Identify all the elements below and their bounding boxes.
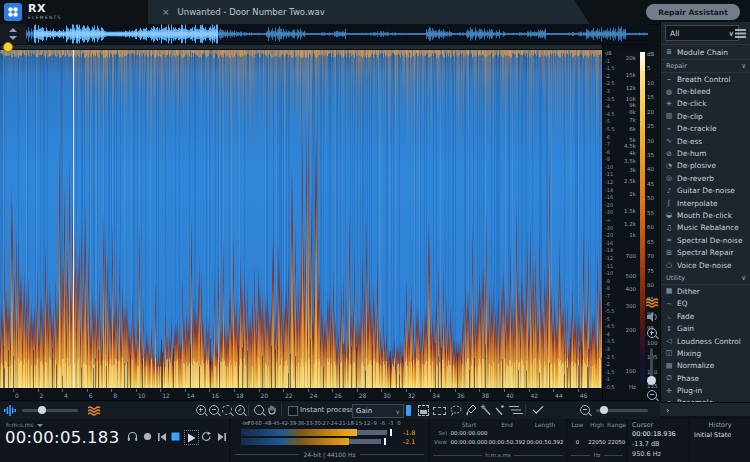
play-button[interactable] [184,430,199,445]
color-legend-tick: 40 [647,166,654,172]
stop-button[interactable] [169,430,182,443]
module-item-de-bleed[interactable]: ◍De-bleed [661,85,750,97]
panel-expand-button[interactable]: › [660,402,750,416]
module-item-guitar-de-noise[interactable]: ♪Guitar De-noise [661,185,750,197]
module-item-interpolate[interactable]: ʃInterpolate [661,197,750,209]
module-menu-icon[interactable] [735,29,746,31]
module-item-eq[interactable]: ∼EQ [661,298,750,310]
interpolate-icon: ʃ [661,199,677,207]
magic-wand-tool-icon[interactable] [480,404,491,416]
module-item-music-rebalance[interactable]: ♫Music Rebalance [661,222,750,234]
module-item-de-reverb[interactable]: ◎De-reverb [661,172,750,184]
hand-tool-icon[interactable] [267,404,278,416]
record-button[interactable] [141,430,154,443]
spectrogram-canvas[interactable] [0,50,602,388]
module-item-label: Voice De-noise [677,261,732,270]
module-item-normalize[interactable]: ▤Normalize [661,360,750,372]
module-item-de-click[interactable]: ✳De-click [661,98,750,110]
amp-tick-label: -4.5 [605,323,615,329]
process-select[interactable]: Gain ∨ [352,404,404,418]
module-item-de-crackle[interactable]: ⌁De-crackle [661,123,750,135]
module-item-mixing[interactable]: ◫Mixing [661,347,750,359]
module-item-dither[interactable]: ▦Dither [661,285,750,297]
cursor-readout-panel: Cursor 00:00:18.936 -13.7 dB 950.6 Hz [628,419,688,462]
col-range: Range [607,421,626,428]
waveform-view-icon[interactable] [647,312,658,322]
playhead-marker[interactable] [3,42,13,52]
amp-tick-label: -30 [605,225,613,231]
module-item-gain[interactable]: ↕Gain [661,322,750,334]
zoom-out-horizontal-icon[interactable] [580,405,590,415]
amp-tick-label: -8 [605,285,610,291]
module-item-mouth-de-click[interactable]: ◒Mouth De-click [661,209,750,221]
module-filter-select[interactable]: All ∨ [665,25,739,41]
time-format-select[interactable]: h:m:s.ms [6,421,43,428]
module-item-de-ess[interactable]: ∿De-ess [661,135,750,147]
amp-tick-label: -2.5 [605,80,615,86]
frequency-selection-tool[interactable] [433,407,446,415]
skip-to-end-button[interactable] [215,430,228,443]
module-item-loudness-control[interactable]: ◁Loudness Control [661,335,750,347]
phase-icon: ∅ [661,374,677,382]
monitor-headphones-button[interactable] [126,430,139,443]
overview-handle[interactable] [0,24,27,44]
module-item-spectral-de-noise[interactable]: ≈Spectral De-noise [661,234,750,246]
apply-check-icon[interactable] [533,403,544,414]
ruler-tick [111,389,112,392]
module-item-fade[interactable]: ◟Fade [661,310,750,322]
brush-tool-icon[interactable] [466,404,477,416]
vertical-zoom-handle[interactable] [647,376,656,385]
skip-to-start-button[interactable] [155,430,168,443]
lasso-tool-icon[interactable] [450,405,462,416]
module-item-plug-in[interactable]: ✛Plug-in [661,384,750,396]
harmonic-selection-tool[interactable] [509,406,519,407]
ruler-tick [578,389,579,392]
file-tab[interactable]: × Unwanted - Door Number Two.wav [148,0,590,24]
zoom-in-icon[interactable] [196,405,206,415]
color-legend-tick: 10 [647,80,654,86]
overview-waveform[interactable] [26,24,648,44]
instant-process-checkbox[interactable] [288,406,298,416]
module-item-breath-control[interactable]: ⌣Breath Control [661,73,750,85]
zoom-out-vertical-icon[interactable] [647,390,657,400]
ruler-label: 42 [531,392,539,399]
ruler-tick [406,389,407,392]
module-item-phase[interactable]: ∅Phase [661,372,750,384]
time-selection-tool[interactable] [406,405,411,416]
loop-button[interactable] [200,430,213,443]
de-plosive-icon: ◔ [661,162,677,170]
selection-time-info: Start End Length Sel View 00:00:00.000 0… [430,419,566,462]
amp-tick-label: -11 [605,263,613,269]
module-chain-item[interactable]: ≣ Module Chain [661,44,750,60]
module-item-spectral-repair[interactable]: ⊞Spectral Repair [661,246,750,258]
section-header-utility[interactable]: Utility∨ [661,271,750,285]
module-item-de-plosive[interactable]: ◔De-plosive [661,160,750,172]
module-item-de-hum[interactable]: ⊘De-hum [661,147,750,159]
blend-slider[interactable] [22,409,78,412]
scrollbar-thumb[interactable] [0,45,602,49]
module-item-label: EQ [677,299,688,308]
col-start: Start [450,421,488,428]
zoom-in-vertical-icon[interactable] [647,328,657,338]
time-frequency-selection-tool[interactable] [418,405,429,416]
repair-assistant-button[interactable]: Repair Assistant [646,4,740,20]
ruler-tick [381,389,382,392]
amp-tick-label: -5.5 [605,308,615,314]
blend-slider-handle[interactable] [38,406,46,414]
tab-close-icon[interactable]: × [162,7,170,17]
freq-tick-label: 8k [616,109,636,115]
magnify-tool-icon[interactable] [254,405,264,415]
zoom-selection-icon[interactable] [222,405,232,415]
ruler-tick [529,389,530,392]
zoom-out-icon[interactable] [209,405,219,415]
module-item-voice-de-noise[interactable]: ○Voice De-noise [661,259,750,271]
section-header-repair[interactable]: Repair∨ [661,59,750,73]
module-filter-value: All [670,29,679,38]
find-similar-tool-icon[interactable] [494,404,505,416]
zoom-fit-icon[interactable] [235,405,245,415]
horizontal-zoom-handle[interactable] [600,406,608,414]
spectrogram-view-icon[interactable] [646,298,659,308]
history-item[interactable]: Initial State [694,431,731,439]
module-item-de-clip[interactable]: ▥De-clip [661,110,750,122]
guitar-de-noise-icon: ♪ [661,187,677,195]
